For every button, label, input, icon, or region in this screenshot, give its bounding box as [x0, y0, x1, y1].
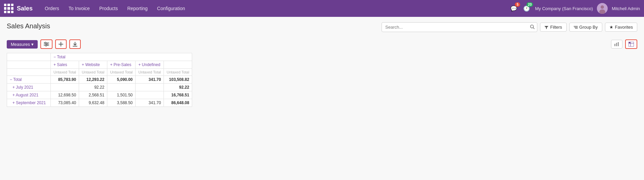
company-label: My Company (San Francisco)	[535, 6, 593, 11]
nav-toinvoice[interactable]: To Invoice	[65, 4, 94, 13]
favorites-button[interactable]: ★ Favorites	[605, 23, 637, 32]
september-website: 9,632.48	[79, 99, 107, 107]
col-presales[interactable]: + Pre-Sales	[107, 61, 136, 69]
metric-sales: Untaxed Total	[51, 69, 79, 76]
add-column-button[interactable]	[55, 39, 67, 49]
svg-rect-21	[618, 42, 619, 46]
row-label-july[interactable]: + July 2021	[7, 84, 51, 91]
pivot-table-container: − Total + Sales + Website + Pre-Sales	[7, 53, 215, 107]
svg-marker-5	[544, 26, 548, 29]
topnav: Sales Orders To Invoice Products Reporti…	[0, 0, 644, 17]
september-sales: 73,085.40	[51, 99, 79, 107]
col-website[interactable]: + Website	[79, 61, 107, 69]
july-undefined	[136, 84, 164, 91]
september-presales: 3,588.50	[107, 99, 136, 107]
measures-label: Measures	[11, 42, 30, 47]
download-button[interactable]	[69, 39, 81, 49]
groupby-icon	[574, 26, 578, 29]
table-row-august: + August 2021 12,698.50 2,568.51 1,501.5…	[7, 91, 192, 99]
svg-point-1	[601, 5, 604, 9]
svg-point-13	[46, 43, 48, 45]
pivot-header-row: − Total	[7, 53, 192, 61]
svg-rect-20	[616, 43, 617, 46]
svg-rect-19	[614, 44, 615, 46]
activity-badge: 20	[527, 2, 533, 7]
search-input[interactable]	[382, 22, 537, 32]
page-title: Sales Analysis	[7, 22, 50, 30]
adjust-columns-icon	[44, 42, 49, 47]
pivot-subheader-row: Untaxed Total Untaxed Total Untaxed Tota…	[7, 69, 192, 76]
pivot-col-header-row: + Sales + Website + Pre-Sales + Undefine…	[7, 61, 192, 69]
measures-dropdown-icon: ▾	[31, 42, 34, 47]
svg-point-12	[45, 42, 46, 43]
total-sales: 85,783.90	[51, 76, 79, 84]
august-website: 2,568.51	[79, 91, 107, 99]
row-label-august[interactable]: + August 2021	[7, 91, 51, 99]
september-undefined: 341.70	[136, 99, 164, 107]
search-icon	[530, 24, 535, 29]
user-name-label: Mitchell Admin	[612, 6, 640, 11]
metric-total: Untaxed Total	[164, 69, 192, 76]
user-avatar[interactable]	[597, 3, 608, 14]
bar-chart-view-button[interactable]	[611, 40, 622, 49]
total-undefined: 341.70	[136, 76, 164, 84]
favorites-label: Favorites	[615, 25, 633, 30]
col-undefined[interactable]: + Undefined	[136, 61, 164, 69]
svg-line-4	[533, 28, 535, 29]
august-total: 16,768.51	[164, 91, 192, 99]
total-grand: 103,508.82	[164, 76, 192, 84]
col-total-header	[164, 61, 192, 69]
brand-label: Sales	[17, 5, 33, 12]
search-submit-button[interactable]	[530, 24, 535, 30]
toolbar-row: Measures ▾	[7, 39, 637, 49]
table-row-total: − Total 85,783.90 12,293.22 5,090.00 341…	[7, 76, 192, 84]
total-header-label: Total	[57, 55, 65, 59]
page-content: Sales Analysis Filters	[0, 17, 644, 112]
row-label-total[interactable]: − Total	[7, 76, 51, 84]
measures-button[interactable]: Measures ▾	[7, 40, 38, 49]
minus-total-icon[interactable]: −	[53, 55, 56, 59]
pivot-view-button[interactable]	[625, 39, 637, 49]
add-column-icon	[59, 42, 63, 47]
row-label-september[interactable]: + September 2021	[7, 99, 51, 107]
table-row-september: + September 2021 73,085.40 9,632.48 3,58…	[7, 99, 192, 107]
filter-icon	[544, 25, 548, 29]
groupby-button[interactable]: Group By	[569, 23, 602, 32]
adjust-columns-button[interactable]	[40, 39, 52, 49]
metric-presales: Untaxed Total	[107, 69, 136, 76]
nav-links: Orders To Invoice Products Reporting Con…	[41, 4, 509, 13]
july-sales	[51, 84, 79, 91]
groupby-label: Group By	[579, 25, 598, 30]
bar-chart-icon	[614, 42, 619, 47]
svg-rect-25	[629, 42, 630, 43]
table-row-july: + July 2021 92.22 92.22	[7, 84, 192, 91]
august-undefined	[136, 91, 164, 99]
search-box	[382, 22, 537, 32]
july-total: 92.22	[164, 84, 192, 91]
filters-button[interactable]: Filters	[540, 23, 566, 32]
pivot-table: − Total + Sales + Website + Pre-Sales	[7, 53, 192, 107]
total-presales: 5,090.00	[107, 76, 136, 84]
nav-configuration[interactable]: Configuration	[153, 4, 189, 13]
metric-undefined: Untaxed Total	[136, 69, 164, 76]
metric-website: Untaxed Total	[79, 69, 107, 76]
activity-notifications[interactable]: 🕐 20	[522, 4, 531, 13]
avatar-image	[597, 3, 608, 14]
pivot-icon	[629, 42, 634, 47]
apps-menu-icon[interactable]	[4, 4, 13, 13]
chat-badge: 5	[515, 2, 520, 7]
total-website: 12,293.22	[79, 76, 107, 84]
chat-notifications[interactable]: 💬 5	[509, 4, 518, 13]
svg-point-14	[45, 45, 47, 46]
nav-orders[interactable]: Orders	[41, 4, 63, 13]
col-sales[interactable]: + Sales	[51, 61, 79, 69]
august-sales: 12,698.50	[51, 91, 79, 99]
star-icon: ★	[609, 25, 613, 30]
nav-products[interactable]: Products	[95, 4, 122, 13]
july-website: 92.22	[79, 84, 107, 91]
download-icon	[73, 42, 77, 47]
filters-label: Filters	[550, 25, 562, 30]
august-presales: 1,501.50	[107, 91, 136, 99]
september-total: 86,648.08	[164, 99, 192, 107]
nav-reporting[interactable]: Reporting	[123, 4, 152, 13]
